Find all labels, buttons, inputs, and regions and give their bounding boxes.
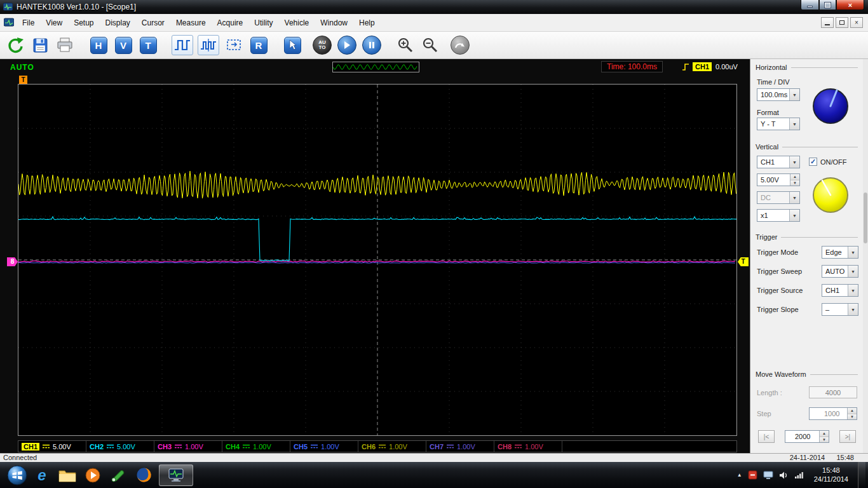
taskbar-clock[interactable]: 15:48 24/11/2014 [814, 466, 848, 484]
reference-button[interactable]: R [248, 35, 269, 55]
mdi-restore-button[interactable] [836, 17, 848, 28]
menu-display[interactable]: Display [100, 14, 136, 32]
menu-file[interactable]: File [17, 14, 40, 32]
taskbar-firefox-button[interactable] [131, 463, 156, 487]
taskbar-ie-button[interactable]: e [29, 463, 55, 487]
coupling-select[interactable]: DC▼ [757, 191, 800, 204]
mdi-minimize-button[interactable] [821, 17, 834, 28]
minimize-icon [807, 6, 813, 8]
zoom-in-button[interactable] [395, 35, 416, 55]
vertical-knob[interactable] [811, 176, 850, 214]
probe-select[interactable]: x1▼ [757, 209, 800, 222]
channel-toggle-ch2[interactable]: CH25.00V [86, 441, 154, 452]
pass-fail-button[interactable] [450, 35, 470, 55]
close-button[interactable]: × [836, 0, 864, 10]
mdi-close-button[interactable]: × [850, 17, 863, 28]
scope-display[interactable] [18, 84, 737, 436]
step-spinner[interactable]: 1000 ▲▼ [809, 407, 857, 420]
trace-ch5 [18, 262, 735, 263]
vertical-panel-button[interactable]: V [113, 35, 133, 55]
step-spinner-arrows-icon[interactable]: ▲▼ [847, 408, 857, 419]
move-spinner-arrows-icon[interactable]: ▲▼ [819, 431, 829, 442]
channel-volts: 5.00V [53, 443, 71, 451]
connect-button[interactable] [5, 35, 25, 55]
move-last-button[interactable]: >| [839, 430, 856, 443]
show-desktop-button[interactable] [858, 462, 865, 488]
trigger-sweep-select[interactable]: AUTO▼ [822, 265, 858, 278]
display-tray-icon[interactable] [763, 471, 773, 480]
channel-toggle-ch7[interactable]: CH71.00V [426, 441, 494, 452]
menu-view[interactable]: View [40, 14, 68, 32]
clock-time: 15:48 [814, 466, 848, 475]
pause-button[interactable] [362, 35, 382, 55]
scrollbar-thumb[interactable] [864, 193, 867, 243]
volts-div-spinner[interactable]: 5.00V ▲▼ [757, 173, 800, 186]
menu-window[interactable]: Window [315, 14, 353, 32]
channel-label: CH5 [294, 443, 308, 451]
action-center-icon[interactable] [748, 470, 757, 480]
menu-utility[interactable]: Utility [248, 14, 278, 32]
channel-onoff-checkbox[interactable]: ✓ ON/OFF [809, 158, 847, 166]
folder-icon [58, 468, 76, 482]
trigger-mode-select[interactable]: Edge▼ [822, 246, 858, 259]
taskbar-utility-button[interactable] [105, 463, 131, 487]
menu-vehicle[interactable]: Vehicle [279, 14, 315, 32]
menu-acquire[interactable]: Acquire [212, 14, 249, 32]
menu-help[interactable]: Help [353, 14, 381, 32]
minimize-button[interactable] [801, 0, 819, 10]
move-first-button[interactable]: |< [758, 430, 775, 443]
hidden-icons-button[interactable]: ▲ [737, 472, 742, 478]
system-tray: ▲ 15:48 24/11/2014 [737, 462, 868, 488]
move-position-spinner[interactable]: 2000 ▲▼ [785, 430, 829, 443]
spinner-arrows-icon[interactable]: ▲▼ [790, 174, 799, 186]
start-button[interactable] [5, 463, 29, 487]
zoom-out-button[interactable] [420, 35, 440, 55]
waveform-mode-button[interactable] [172, 35, 193, 55]
vertical-channel-select[interactable]: CH1▼ [757, 156, 800, 168]
channel8-ground-marker[interactable]: 8 [7, 257, 18, 266]
horizontal-knob[interactable] [811, 87, 850, 125]
menu-measure[interactable]: Measure [170, 14, 212, 32]
menu-cursor[interactable]: Cursor [136, 14, 170, 32]
run-button[interactable] [337, 35, 357, 55]
taskbar-hantek-button-active[interactable] [159, 464, 193, 486]
trigger-source-select[interactable]: CH1▼ [822, 284, 858, 297]
format-select[interactable]: Y - T▼ [757, 118, 800, 130]
channel-toggle-ch6[interactable]: CH61.00V [358, 441, 426, 452]
channel-toggle-ch5[interactable]: CH51.00V [290, 441, 358, 452]
trigger-level-marker[interactable]: T [738, 257, 749, 266]
t-letter-icon: T [140, 37, 157, 54]
taskbar-mediaplayer-button[interactable] [80, 463, 105, 487]
coupling-icon-wrap [42, 444, 50, 449]
coupling-dc-icon [174, 444, 182, 449]
horizontal-section-title: Horizontal [756, 64, 787, 71]
cursor-button[interactable] [282, 35, 302, 55]
channel-toggle-ch8[interactable]: CH81.00V [494, 441, 562, 452]
print-button[interactable] [55, 35, 75, 55]
coupling-dc-icon [106, 444, 114, 449]
network-icon[interactable] [794, 471, 804, 479]
trigger-slope-select[interactable]: –▼ [822, 303, 858, 316]
title-bar[interactable]: HANTEK1008 Ver1.0.10 - [Scope1] × [0, 0, 868, 14]
channel-toggle-ch3[interactable]: CH31.00V [154, 441, 222, 452]
pan-window-icon [225, 37, 243, 53]
channel-volts: 5.00V [117, 443, 135, 451]
channel-toggle-ch4[interactable]: CH41.00V [222, 441, 290, 452]
h-letter-icon: H [90, 37, 107, 54]
taskbar-explorer-button[interactable] [55, 463, 80, 487]
speaker-icon[interactable] [779, 471, 789, 480]
waveform-move-button[interactable] [198, 35, 219, 55]
menu-setup[interactable]: Setup [68, 14, 99, 32]
panel-scrollbar[interactable] [863, 59, 868, 453]
time-div-select[interactable]: 100.0ms▼ [757, 88, 800, 101]
autoset-button[interactable]: AUTO [312, 35, 332, 55]
channel-toggle-ch1[interactable]: CH15.00V [18, 441, 86, 452]
curve-arrow-icon [451, 36, 470, 55]
horizontal-panel-button[interactable]: H [88, 35, 109, 55]
maximize-button[interactable] [819, 0, 836, 10]
pan-zoom-button[interactable] [224, 35, 244, 55]
trigger-panel-button[interactable]: T [138, 35, 158, 55]
save-button[interactable] [30, 35, 50, 55]
trigger-time-marker[interactable]: T [19, 76, 27, 84]
waveform-preview[interactable] [332, 62, 419, 72]
